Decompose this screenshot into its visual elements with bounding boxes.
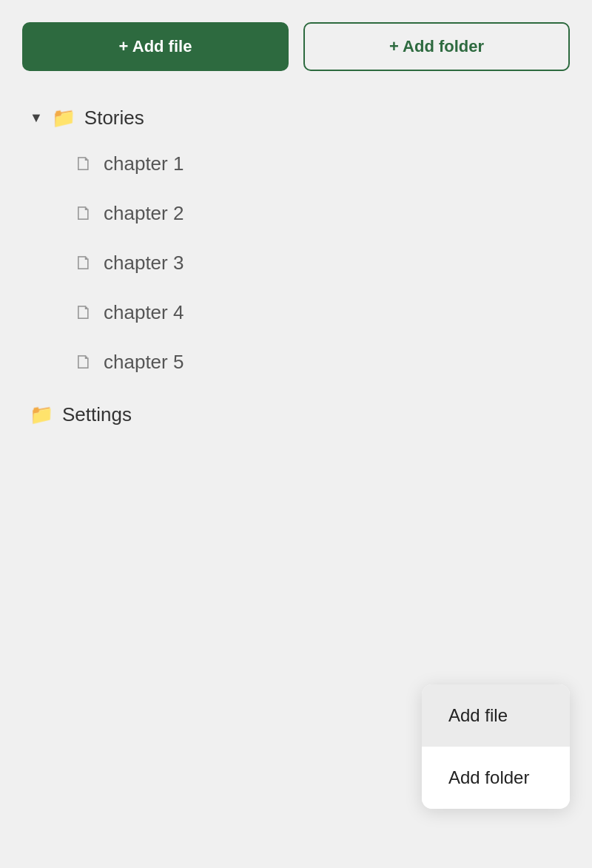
chevron-down-icon: ▼ (30, 110, 43, 126)
add-file-button[interactable]: + Add file (22, 22, 289, 71)
settings-folder-label: Settings (62, 403, 132, 426)
file-label: chapter 1 (104, 152, 184, 175)
file-icon: 🗋 (74, 152, 93, 175)
file-label: chapter 5 (104, 351, 184, 374)
stories-folder-label: Stories (84, 107, 144, 129)
file-tree: ▼ 📁 Stories 🗋 chapter 1 🗋 chapter 2 🗋 ch… (22, 101, 570, 435)
context-menu-add-file[interactable]: Add file (422, 684, 570, 747)
list-item[interactable]: 🗋 chapter 4 (74, 288, 570, 337)
file-icon: 🗋 (74, 202, 93, 225)
folder-icon: 📁 (52, 107, 75, 129)
context-menu-add-folder[interactable]: Add folder (422, 747, 570, 809)
file-icon: 🗋 (74, 351, 93, 374)
list-item[interactable]: 🗋 chapter 2 (74, 189, 570, 238)
stories-folder-children: 🗋 chapter 1 🗋 chapter 2 🗋 chapter 3 🗋 ch… (30, 139, 570, 387)
list-item[interactable]: 🗋 chapter 5 (74, 337, 570, 387)
file-icon: 🗋 (74, 252, 93, 275)
list-item[interactable]: 🗋 chapter 1 (74, 139, 570, 189)
file-label: chapter 3 (104, 252, 184, 275)
file-icon: 🗋 (74, 301, 93, 324)
context-menu: Add file Add folder (422, 684, 570, 809)
list-item[interactable]: 🗋 chapter 3 (74, 238, 570, 288)
stories-folder-row[interactable]: ▼ 📁 Stories (30, 101, 570, 135)
file-label: chapter 4 (104, 301, 184, 324)
settings-folder-row[interactable]: 📁 Settings (30, 394, 570, 435)
add-folder-button[interactable]: + Add folder (303, 22, 570, 71)
file-label: chapter 2 (104, 202, 184, 225)
folder-icon: 📁 (30, 403, 53, 426)
toolbar: + Add file + Add folder (22, 22, 570, 71)
